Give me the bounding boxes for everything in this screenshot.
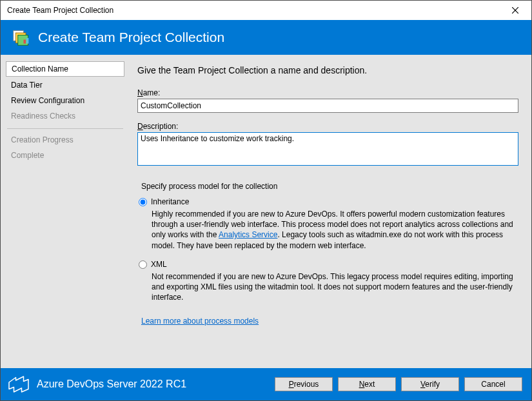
window-title: Create Team Project Collection xyxy=(7,6,504,15)
sidebar-item-review-configuration[interactable]: Review Configuration xyxy=(6,93,124,108)
process-model-section-label: Specify process model for the collection xyxy=(141,182,518,191)
radio-xml-row[interactable]: XML xyxy=(137,260,518,269)
close-icon xyxy=(512,7,518,14)
collection-icon xyxy=(12,28,30,46)
sidebar-item-collection-name[interactable]: Collection Name xyxy=(6,61,124,77)
radio-inheritance[interactable] xyxy=(139,198,147,206)
previous-button[interactable]: Previous xyxy=(275,377,333,391)
sidebar-item-complete: Complete xyxy=(6,148,124,162)
name-input[interactable] xyxy=(137,99,518,113)
devops-icon xyxy=(7,373,30,396)
sidebar-item-creation-progress: Creation Progress xyxy=(6,133,124,147)
close-button[interactable] xyxy=(504,3,526,18)
title-bar: Create Team Project Collection xyxy=(1,1,531,20)
radio-xml-label: XML xyxy=(151,260,167,269)
banner-title: Create Team Project Collection xyxy=(38,30,224,45)
sidebar-item-data-tier[interactable]: Data Tier xyxy=(6,78,124,92)
sidebar-item-readiness-checks: Readiness Checks xyxy=(6,109,124,123)
footer-product: Azure DevOps Server 2022 RC1 xyxy=(37,378,270,390)
radio-xml[interactable] xyxy=(139,260,147,269)
radio-inheritance-label: Inheritance xyxy=(151,197,189,206)
description-input[interactable]: Uses Inheritance to customize work track… xyxy=(137,132,518,166)
analytics-service-link[interactable]: Analytics Service xyxy=(219,230,277,239)
sidebar-separator xyxy=(7,128,123,129)
name-label: Name: xyxy=(137,88,518,97)
svg-rect-5 xyxy=(24,40,26,44)
next-button[interactable]: Next xyxy=(338,377,396,391)
radio-inheritance-row[interactable]: Inheritance xyxy=(137,197,518,206)
radio-xml-desc: Not recommended if you are new to Azure … xyxy=(152,271,518,303)
svg-rect-6 xyxy=(26,38,29,44)
cancel-button[interactable]: Cancel xyxy=(464,377,522,391)
description-label: Description: xyxy=(137,122,518,131)
sidebar: Collection Name Data Tier Review Configu… xyxy=(1,55,130,368)
banner: Create Team Project Collection xyxy=(1,20,531,55)
learn-more-link[interactable]: Learn more about process models xyxy=(141,317,259,326)
content-panel: Give the Team Project Collection a name … xyxy=(130,55,531,368)
verify-button[interactable]: Verify xyxy=(401,377,459,391)
body: Collection Name Data Tier Review Configu… xyxy=(1,55,531,368)
radio-inheritance-desc: Highly recommended if you are new to Azu… xyxy=(152,209,518,251)
page-heading: Give the Team Project Collection a name … xyxy=(137,65,518,75)
footer: Azure DevOps Server 2022 RC1 Previous Ne… xyxy=(1,368,531,400)
